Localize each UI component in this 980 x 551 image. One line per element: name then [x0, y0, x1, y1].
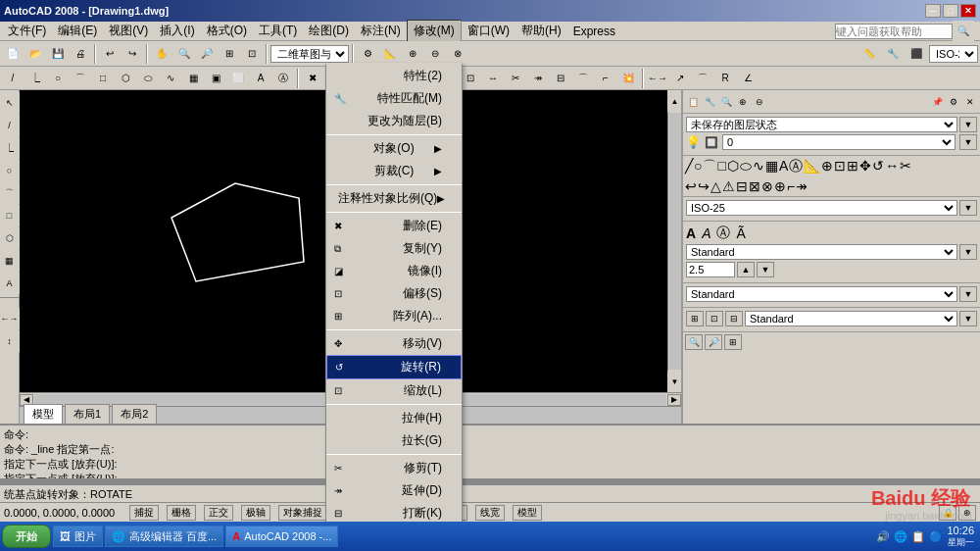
prop-icon-11[interactable]: 📐 — [804, 158, 820, 175]
menu-insert[interactable]: 插入(I) — [154, 21, 200, 41]
menu-edit[interactable]: 编辑(E) — [52, 21, 103, 41]
menu-file[interactable]: 文件(F) — [2, 21, 52, 41]
lt-dim2[interactable]: ↕ — [0, 330, 21, 352]
dd-clip[interactable]: 剪裁(C) ▶ — [326, 160, 462, 182]
dd-copy[interactable]: ⧉ 复制(Y) — [326, 237, 462, 260]
menu-view[interactable]: 视图(V) — [103, 21, 154, 41]
menu-format[interactable]: 格式(O) — [201, 21, 253, 41]
modify-extend-btn[interactable]: ↠ — [527, 68, 549, 89]
tb1-right-1[interactable]: 📏 — [858, 43, 880, 65]
tb1-extra-3[interactable]: ⊕ — [402, 43, 423, 65]
rp-btn-4[interactable]: ⊕ — [735, 94, 751, 110]
zoom-out-button[interactable]: 🔎 — [196, 43, 218, 65]
rp-btn-close[interactable]: ✕ — [962, 94, 978, 110]
prop-icon-19[interactable]: ↩ — [685, 178, 697, 194]
prop-icon-9[interactable]: A — [779, 158, 788, 175]
draw-rect-btn[interactable]: □ — [92, 68, 114, 89]
dd-matchprop[interactable]: 🔧 特性匹配(M) — [326, 87, 462, 110]
prop-icon-25[interactable]: ⊗ — [761, 178, 773, 194]
text-style-select[interactable]: Standard — [686, 244, 957, 260]
prop-icon-16[interactable]: ↺ — [872, 158, 884, 175]
linetype-select[interactable]: ISO-25 — [686, 200, 957, 216]
tab-layout1[interactable]: 布局1 — [65, 404, 110, 424]
modify-erase-btn[interactable]: ✖ — [302, 68, 323, 89]
vertical-scrollbar[interactable]: ▲ ▼ — [667, 90, 681, 392]
help-search-button[interactable]: 🔍 — [953, 21, 974, 42]
prop-icon-26[interactable]: ⊕ — [774, 178, 786, 194]
block-select[interactable]: Standard — [745, 311, 957, 326]
dim-arc-btn[interactable]: ⌒ — [692, 68, 713, 89]
linetype-btn[interactable]: ▼ — [959, 200, 977, 216]
dd-trim[interactable]: ✂ 修剪(T) — [326, 457, 462, 479]
draw-circle-btn[interactable]: ○ — [47, 68, 69, 89]
dd-lengthen[interactable]: 拉长(G) — [326, 429, 462, 452]
prop-icon-10[interactable]: Ⓐ — [789, 158, 803, 175]
tray-icon-3[interactable]: 📋 — [911, 530, 925, 543]
lt-line[interactable]: / — [0, 115, 21, 136]
model-btn[interactable]: 模型 — [513, 505, 542, 521]
draw-ellipse-btn[interactable]: ⬭ — [137, 68, 159, 89]
linetype-select-top[interactable]: ISO-25 — [929, 45, 978, 63]
prop-icon-7[interactable]: ∿ — [753, 158, 764, 175]
prop-icon-5[interactable]: ⬡ — [727, 158, 739, 175]
lt-dim[interactable]: ←→ — [0, 308, 21, 329]
dd-move[interactable]: ✥ 移动(V) — [326, 332, 462, 355]
rp-zoom-btn-2[interactable]: 🔎 — [705, 334, 722, 350]
dim-angular-btn[interactable]: ∠ — [737, 68, 759, 89]
text-height-input[interactable] — [686, 262, 735, 277]
layer-state-btn[interactable]: ▼ — [959, 117, 977, 132]
maximize-button[interactable]: □ — [943, 4, 958, 18]
rp-zoom-btn-1[interactable]: 🔍 — [685, 334, 703, 350]
modify-stretch-btn[interactable]: ↔ — [482, 68, 504, 89]
prop-icon-20[interactable]: ↪ — [698, 178, 710, 194]
start-button[interactable]: 开始 — [2, 525, 51, 548]
prop-icon-24[interactable]: ⊠ — [749, 178, 760, 194]
layer-select-2-btn[interactable]: ▼ — [959, 286, 977, 302]
dim-aligned-btn[interactable]: ↗ — [669, 68, 691, 89]
zoom-extent-button[interactable]: ⊞ — [219, 43, 240, 65]
tb1-right-2[interactable]: 🔧 — [882, 43, 904, 65]
dd-array[interactable]: ⊞ 阵列(A)... — [326, 305, 462, 327]
prop-icon-18[interactable]: ✂ — [900, 158, 911, 175]
tab-layout2[interactable]: 布局2 — [112, 404, 157, 424]
draw-line-btn[interactable]: / — [2, 68, 24, 89]
menu-express[interactable]: Express — [567, 23, 621, 40]
layer-select[interactable]: 0 — [722, 134, 956, 150]
prop-icon-12[interactable]: ⊕ — [821, 158, 833, 175]
zoom-in-button[interactable]: 🔍 — [173, 43, 195, 65]
tray-icon-2[interactable]: 🌐 — [894, 530, 907, 543]
block-btn-3[interactable]: ⊟ — [725, 311, 743, 326]
block-select-btn[interactable]: ▼ — [959, 311, 977, 326]
draw-text-btn[interactable]: A — [250, 68, 271, 89]
prop-icon-4[interactable]: □ — [717, 158, 725, 175]
lt-text[interactable]: A — [0, 273, 21, 294]
tray-icon-1[interactable]: 🔊 — [876, 530, 890, 543]
prop-icon-21[interactable]: △ — [710, 178, 721, 194]
rp-btn-3[interactable]: 🔍 — [718, 94, 734, 110]
modify-fillet-btn[interactable]: ⌒ — [572, 68, 594, 89]
lw-btn[interactable]: 线宽 — [475, 505, 505, 521]
lt-hatch[interactable]: ▦ — [0, 250, 21, 272]
prop-icon-28[interactable]: ↠ — [796, 178, 808, 194]
dim-radius-btn[interactable]: R — [714, 68, 736, 89]
grid-btn[interactable]: 栅格 — [167, 505, 196, 521]
dd-stretch[interactable]: 拉伸(H) — [326, 407, 462, 429]
redo-button[interactable]: ↪ — [122, 43, 143, 65]
dd-changelayer[interactable]: 更改为随层(B) — [326, 110, 462, 132]
rp-btn-2[interactable]: 🔧 — [702, 94, 717, 110]
block-btn-1[interactable]: ⊞ — [686, 311, 704, 326]
prop-icon-8[interactable]: ▦ — [765, 158, 778, 175]
draw-pline-btn[interactable]: ⎿ — [24, 68, 46, 89]
dd-scale[interactable]: ⊡ 缩放(L) — [326, 379, 462, 402]
lt-polygon[interactable]: ⬡ — [0, 227, 21, 249]
prop-icon-6[interactable]: ⬭ — [740, 158, 752, 175]
taskbar-item-editor[interactable]: 🌐 高级编辑器 百度... — [105, 526, 223, 547]
layer-select-2[interactable]: Standard — [686, 286, 957, 302]
prop-icon-27[interactable]: ⌐ — [787, 178, 795, 194]
taskbar-item-autocad[interactable]: A AutoCAD 2008 -... — [225, 526, 338, 547]
lt-circle[interactable]: ○ — [0, 160, 21, 181]
layer-state-select[interactable]: 未保存的图层状态 — [686, 117, 957, 132]
prop-icon-17[interactable]: ↔ — [885, 158, 899, 175]
tb1-extra-2[interactable]: 📐 — [379, 43, 401, 65]
menu-help[interactable]: 帮助(H) — [515, 21, 567, 41]
